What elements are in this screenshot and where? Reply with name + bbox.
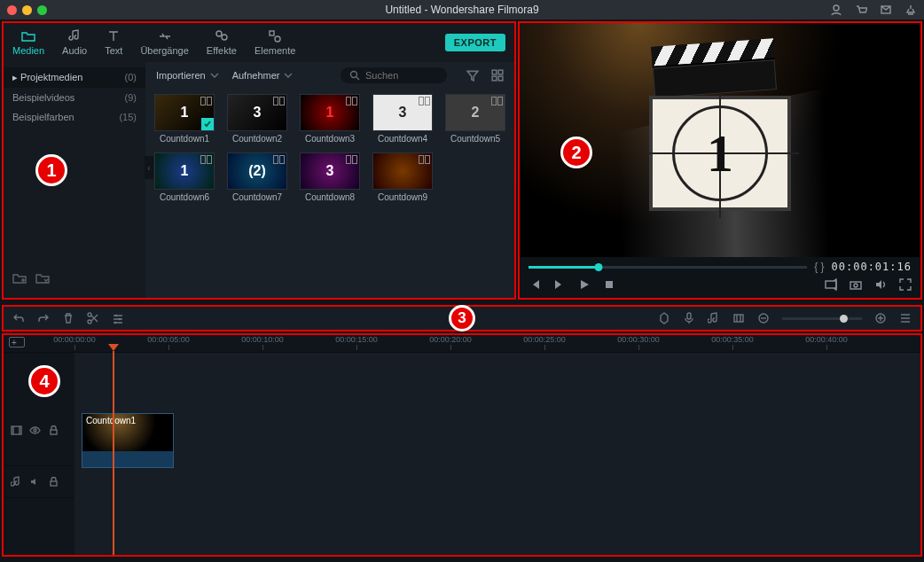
timeline-clip[interactable]: Countdown1	[82, 413, 174, 468]
undo-button[interactable]	[12, 312, 25, 324]
sidebar-item-label: Beispielfarben	[12, 112, 74, 122]
svg-point-3	[222, 35, 227, 40]
tab-label: Medien	[12, 45, 44, 56]
cart-icon[interactable]	[855, 4, 867, 16]
search-input[interactable]	[365, 70, 436, 81]
svg-point-6	[351, 72, 357, 78]
audio-track-header	[4, 466, 74, 498]
sidebar-item-count: (9)	[125, 92, 137, 103]
media-thumbnail[interactable]: 1Countdown1	[154, 94, 215, 144]
delete-button[interactable]	[62, 312, 74, 324]
crop-icon[interactable]	[732, 312, 745, 324]
media-thumbnail[interactable]: Countdown9	[372, 152, 433, 202]
media-thumbnail[interactable]: 3Countdown2	[227, 94, 287, 144]
svg-rect-27	[51, 481, 57, 486]
clip-label: Countdown1	[86, 416, 136, 425]
svg-point-16	[88, 320, 91, 324]
sidebar-item[interactable]: Beispielfarben(15)	[4, 107, 145, 127]
zoom-out-icon[interactable]	[757, 312, 770, 324]
tab-effects[interactable]: Effekte	[207, 29, 237, 56]
quality-icon[interactable]	[825, 278, 837, 291]
tab-label: Text	[105, 45, 122, 56]
play-button[interactable]	[578, 278, 591, 291]
marker-icon[interactable]	[658, 312, 670, 324]
media-thumbnail[interactable]: 3Countdown8	[300, 152, 360, 202]
titlebar: Untitled - Wondershare Filmora9	[0, 0, 924, 20]
import-label: Importieren	[156, 70, 206, 81]
voiceover-icon[interactable]	[683, 312, 695, 324]
next-frame-button[interactable]	[553, 278, 566, 291]
stop-button[interactable]	[603, 278, 615, 291]
inbox-icon[interactable]	[880, 4, 892, 16]
music-icon	[11, 476, 22, 488]
timeline-ruler[interactable]: + 00:00:00:0000:00:05:0000:00:10:0000:00…	[4, 335, 920, 353]
record-label: Aufnehmer	[232, 70, 280, 81]
new-folder-icon[interactable]	[12, 271, 27, 285]
edit-sliders-button[interactable]	[112, 312, 124, 324]
filter-icon[interactable]	[466, 69, 479, 82]
track-area[interactable]: Countdown1	[74, 353, 920, 555]
annotation-badge-1: 1	[35, 154, 67, 186]
svg-rect-13	[850, 282, 861, 289]
thumbnail-label: Countdown6	[154, 192, 215, 202]
timeline-options-icon[interactable]	[899, 312, 912, 324]
titlebar-right	[830, 4, 917, 16]
notification-icon[interactable]	[904, 4, 917, 16]
prev-frame-button[interactable]	[529, 278, 541, 291]
audio-mixer-icon[interactable]	[708, 312, 720, 324]
clip-type-icon	[418, 97, 430, 105]
visibility-icon[interactable]	[29, 425, 41, 436]
checkmark-icon	[201, 118, 214, 130]
clip-type-icon	[490, 97, 503, 105]
record-dropdown[interactable]: Aufnehmer	[232, 70, 294, 81]
redo-button[interactable]	[37, 312, 50, 324]
media-thumbnail[interactable]: 1Countdown3	[300, 94, 360, 144]
snapshot-icon[interactable]	[850, 278, 862, 291]
svg-rect-10	[498, 76, 503, 81]
svg-rect-21	[734, 315, 743, 322]
grid-view-icon[interactable]	[491, 69, 504, 82]
media-thumbnail[interactable]: (2)Countdown7	[227, 152, 287, 202]
annotation-badge-4: 4	[28, 365, 60, 397]
split-button[interactable]	[87, 312, 99, 324]
tab-audio[interactable]: Audio	[62, 29, 87, 56]
sidebar-item-label: Beispielvideos	[12, 92, 74, 103]
media-thumbnail[interactable]: 1Countdown6	[154, 152, 215, 202]
zoom-in-icon[interactable]	[874, 312, 887, 324]
sidebar-item-count: (0)	[125, 72, 137, 83]
media-panel: Medien Audio Text Übergänge Effekte Elem…	[2, 21, 516, 300]
mute-icon[interactable]	[29, 476, 41, 488]
import-dropdown[interactable]: Importieren	[156, 70, 220, 81]
fullscreen-icon[interactable]	[899, 278, 912, 291]
tab-elements[interactable]: Elemente	[254, 29, 295, 56]
preview-progress[interactable]	[529, 266, 807, 269]
sidebar-item[interactable]: ▸ Projektmedien(0)	[4, 67, 145, 88]
media-thumbnail[interactable]: 3Countdown4	[372, 94, 433, 144]
tab-transitions[interactable]: Übergänge	[140, 29, 188, 56]
lock-icon[interactable]	[48, 425, 59, 436]
preview-controls: { } 00:00:01:16	[520, 257, 920, 298]
zoom-slider[interactable]	[782, 317, 862, 320]
playhead[interactable]	[113, 351, 114, 555]
lock-icon[interactable]	[48, 476, 59, 488]
timeline-panel: + 00:00:00:0000:00:05:0000:00:10:0000:00…	[2, 333, 922, 557]
in-out-marker-icon[interactable]: { }	[814, 261, 824, 273]
sidebar-collapse-handle[interactable]: ‹	[145, 156, 153, 179]
svg-rect-4	[270, 31, 274, 35]
annotation-badge-3: 3	[449, 305, 475, 332]
sidebar-item[interactable]: Beispielvideos(9)	[4, 88, 145, 107]
export-button[interactable]: EXPORT	[445, 34, 505, 51]
svg-rect-12	[826, 281, 836, 288]
search-box[interactable]	[341, 67, 447, 83]
delete-folder-icon[interactable]	[35, 271, 50, 285]
volume-icon[interactable]	[874, 278, 887, 291]
thumbnail-label: Countdown8	[300, 192, 360, 202]
tab-media[interactable]: Medien	[12, 29, 44, 56]
clip-type-icon	[200, 97, 212, 105]
thumbnail-label: Countdown1	[154, 134, 215, 144]
account-icon[interactable]	[830, 4, 842, 16]
media-thumbnail[interactable]: 2Countdown5	[445, 94, 505, 144]
thumbnail-label: Countdown2	[227, 134, 287, 144]
tab-text[interactable]: Text	[105, 29, 122, 56]
annotation-badge-2: 2	[560, 137, 592, 168]
